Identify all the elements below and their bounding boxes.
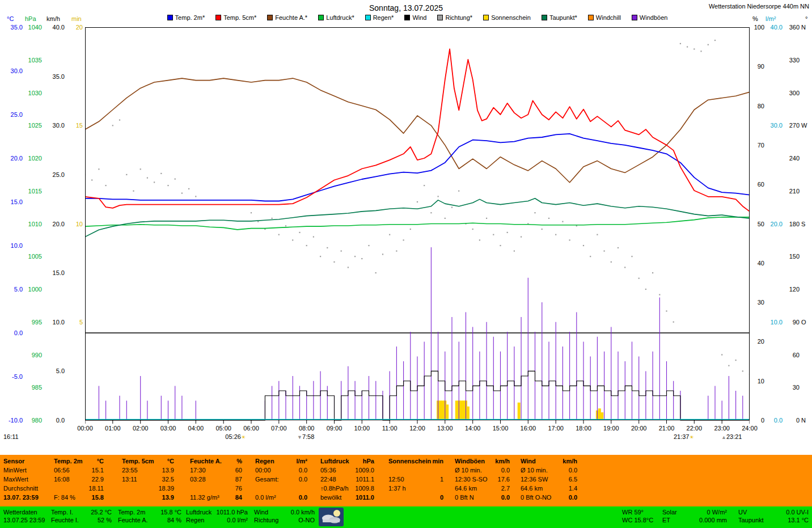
stats-temp-5cm-min-value: 13.9: [122, 467, 174, 474]
tick-hpa: 985: [25, 384, 42, 391]
sunset-marker: 21:37☀: [669, 433, 699, 440]
stats-windb-en-now-value: 0.0: [455, 494, 510, 501]
compass-n: N: [801, 24, 806, 31]
x-tick: 04:00: [184, 425, 207, 432]
station-name: Wetterstation Niedersorpe 440m NN: [709, 3, 809, 10]
stats-row-label: Durchschnitt: [3, 485, 51, 492]
tick-c: 0.0: [1, 330, 23, 336]
stats-regen-max-value: 0.0: [255, 476, 307, 483]
tick-hpa: 1020: [25, 155, 42, 162]
legend-label: Luftdruck*: [326, 14, 354, 21]
stats-windb-en-max-value: 17.6: [455, 476, 510, 483]
legend-label: Temp. 5cm*: [223, 14, 256, 21]
legend-item-temp-5cm: Temp. 5cm*: [215, 14, 256, 21]
tick-km-h: 35.0: [45, 73, 65, 80]
day-marker-time: 23:21: [726, 433, 742, 440]
day-marker-time: 05:26: [225, 433, 241, 440]
tick-km-h: 30.0: [45, 122, 65, 129]
tick-: 50: [752, 221, 764, 227]
x-tick: 20:00: [628, 425, 650, 432]
stats-luftdruck-min-value: 1009.0: [320, 467, 374, 474]
status-solar-value: 0 W/m²: [662, 509, 727, 516]
compass-s: S: [801, 221, 805, 227]
legend-label: Windböen: [640, 14, 668, 21]
moonrise-icon: ▲: [721, 434, 726, 440]
tick-min: 5: [69, 319, 83, 326]
statusbar-datetime: 13.07.25 23:59: [3, 517, 45, 523]
status-temp-i-value: 25.2 °C: [51, 509, 112, 516]
tick-hpa: 1005: [25, 253, 42, 260]
moonset-marker: ▼7:58: [291, 433, 320, 440]
stats-feuchte-a-min-value: 60: [190, 467, 242, 474]
x-tick: 17:00: [544, 425, 567, 432]
status-uv-value: 0.0 UV-I: [738, 509, 809, 516]
plot-canvas: [85, 27, 750, 428]
stats-feuchte-a-avg-value: 76: [190, 485, 242, 492]
sunrise-marker: 05:26☀: [221, 433, 250, 440]
status-wr: WR 59°: [622, 509, 644, 516]
x-tick: 05:00: [212, 425, 235, 432]
weather-icon: [319, 508, 344, 526]
stats-feuchte-a-now-value: 84: [190, 494, 242, 501]
x-tick: 02:00: [129, 425, 152, 432]
tick-: 70: [752, 142, 764, 149]
x-tick: 16:00: [517, 425, 539, 432]
x-tick: 03:00: [157, 425, 180, 432]
stats-temp-5cm-max-value: 32.5: [122, 476, 174, 483]
tick-l-m: 40.0: [766, 24, 783, 31]
x-tick: 01:00: [102, 425, 124, 432]
legend-swatch: [365, 15, 371, 20]
sunrise-icon: ☀: [241, 434, 246, 440]
tick-hpa: 1030: [25, 90, 42, 96]
stats-temp-2m-min-value: 15.1: [54, 467, 104, 474]
tick-hpa: 1015: [25, 188, 42, 195]
axis-unit-min: min: [71, 15, 82, 22]
legend-item-wind: Wind: [404, 14, 426, 21]
legend-swatch: [404, 15, 410, 20]
stats-sonnenschein-max-value: 1: [388, 476, 443, 483]
tick-c: 30.0: [1, 67, 23, 74]
tick-: 180: [786, 221, 800, 227]
legend-item-richtung: Richtung*: [437, 14, 472, 21]
status-taupunkt-value: 13.1 °C: [738, 517, 809, 523]
tick-: 0: [786, 417, 800, 424]
stats-windb-en-avg-value: 2.7: [455, 485, 510, 492]
tick-c: -10.0: [1, 417, 23, 424]
x-tick: 10:00: [350, 425, 373, 432]
compass-o: O: [801, 319, 806, 326]
legend-swatch: [632, 15, 637, 20]
legend-swatch: [215, 15, 221, 20]
tick-min: 10: [69, 221, 83, 227]
day-marker-time: 21:37: [674, 433, 690, 440]
legend-item-luftdruck: Luftdruck*: [318, 14, 354, 21]
x-tick: 19:00: [600, 425, 623, 432]
status-feuchte-a-value: 84 %: [118, 517, 181, 523]
legend-label: Regen*: [373, 14, 394, 21]
legend-item-windb-en: Windböen: [632, 14, 668, 21]
status-regen-value: 0.0 l/m²: [186, 517, 248, 523]
x-tick: 12:00: [406, 425, 429, 432]
tick-: 20: [752, 338, 764, 345]
legend-label: Windchill: [596, 14, 621, 21]
x-tick: 21:00: [655, 425, 678, 432]
tick-c: 20.0: [1, 155, 23, 162]
x-tick: 00:00: [74, 425, 96, 432]
legend-swatch: [483, 15, 489, 20]
tick-km-h: 25.0: [45, 171, 65, 178]
axis-unit-: °: [805, 15, 807, 22]
status-feuchte-i-value: 52 %: [51, 517, 112, 523]
stats-temp-5cm-avg-value: 18.39: [122, 485, 174, 492]
tick-: 360: [786, 24, 800, 31]
x-tick: 13:00: [434, 425, 456, 432]
legend-label: Feuchte A.*: [275, 14, 307, 21]
tick-c: 5.0: [1, 286, 23, 293]
corner-time: 16:11: [3, 433, 19, 440]
tick-km-h: 10.0: [45, 319, 65, 326]
legend-label: Richtung*: [445, 14, 472, 21]
tick-c: 25.0: [1, 111, 23, 118]
legend-item-windchill: Windchill: [588, 14, 621, 21]
stats-sonnenschein-now-value: 0: [388, 494, 443, 501]
stats-row-label: MaxWert: [3, 476, 51, 483]
tick-km-h: 15.0: [45, 269, 65, 276]
x-tick: 24:00: [738, 425, 761, 432]
